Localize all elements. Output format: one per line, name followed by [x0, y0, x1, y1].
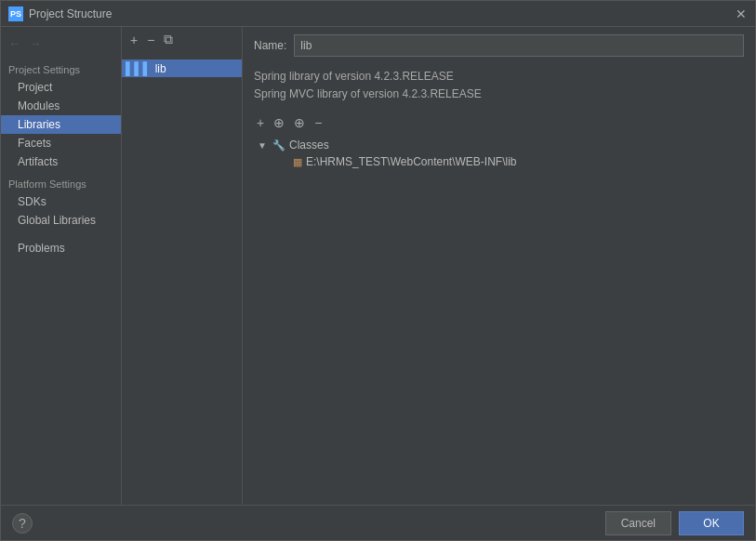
sidebar: ← → Project Settings Project Modules Lib… [1, 27, 122, 505]
sidebar-item-modules[interactable]: Modules [1, 97, 121, 115]
name-input[interactable] [294, 34, 744, 57]
add-class-button[interactable]: + [254, 114, 267, 131]
help-button[interactable]: ? [12, 513, 33, 534]
lib-path-label: E:\HRMS_TEST\WebContent\WEB-INF\lib [306, 155, 517, 168]
sidebar-item-problems[interactable]: Problems [1, 239, 121, 257]
folder-icon: ▦ [293, 156, 302, 168]
ok-button[interactable]: OK [679, 511, 744, 535]
name-row: Name: [254, 34, 744, 57]
name-label: Name: [254, 39, 286, 52]
library-list-panel: + − ⧉ ▌▌▌ lib [122, 27, 243, 505]
sidebar-item-facets[interactable]: Facets [1, 134, 121, 152]
copy-library-button[interactable]: ⧉ [161, 31, 176, 48]
project-structure-window: PS Project Structure ✕ ← → Project Setti… [0, 0, 756, 541]
platform-settings-header: Platform Settings [1, 171, 121, 192]
library-description: Spring library of version 4.2.3.RELEASE … [254, 64, 744, 107]
tree-lib-path[interactable]: ▦ E:\HRMS_TEST\WebContent\WEB-INF\lib [278, 153, 744, 170]
forward-button[interactable]: → [27, 36, 44, 51]
content-split: + − ⧉ ▌▌▌ lib Name: Spring library of ve… [122, 27, 755, 505]
sidebar-item-project[interactable]: Project [1, 78, 121, 97]
sidebar-item-sdks[interactable]: SDKs [1, 192, 121, 211]
library-tree: ▼ 🔧 Classes ▦ E:\HRMS_TEST\WebContent\WE… [254, 137, 744, 497]
library-item-label: lib [155, 62, 166, 75]
remove-class-button[interactable]: − [312, 114, 325, 131]
library-detail-panel: Name: Spring library of version 4.2.3.RE… [243, 27, 755, 505]
remove-library-button[interactable]: − [144, 32, 157, 48]
back-button[interactable]: ← [7, 36, 23, 51]
attach2-button[interactable]: ⊕ [291, 114, 308, 131]
footer-left: ? [12, 513, 33, 534]
tree-classes-root[interactable]: ▼ 🔧 Classes [254, 137, 744, 153]
wrench-icon: 🔧 [272, 139, 285, 152]
description-line-1: Spring library of version 4.2.3.RELEASE [254, 68, 744, 86]
main-layout: ← → Project Settings Project Modules Lib… [1, 27, 755, 505]
close-button[interactable]: ✕ [735, 7, 748, 20]
footer: ? Cancel OK [1, 505, 755, 540]
nav-toolbar: ← → [1, 31, 121, 57]
tree-child-container: ▦ E:\HRMS_TEST\WebContent\WEB-INF\lib [254, 153, 744, 170]
add-library-button[interactable]: + [127, 32, 140, 48]
app-icon: PS [8, 7, 23, 21]
project-settings-header: Project Settings [1, 57, 121, 78]
expand-icon: ▼ [258, 140, 269, 151]
sidebar-item-artifacts[interactable]: Artifacts [1, 152, 121, 171]
description-line-2: Spring MVC library of version 4.2.3.RELE… [254, 86, 744, 103]
library-toolbar: + − ⧉ [122, 27, 242, 52]
attach-button[interactable]: ⊕ [271, 114, 287, 131]
cancel-button[interactable]: Cancel [605, 511, 671, 535]
library-icon: ▌▌▌ [126, 61, 152, 75]
title-bar: PS Project Structure ✕ [1, 1, 755, 27]
window-title: Project Structure [29, 7, 729, 20]
sidebar-item-libraries[interactable]: Libraries [1, 115, 121, 134]
detail-toolbar: + ⊕ ⊕ − [254, 114, 744, 131]
classes-label: Classes [289, 139, 329, 152]
sidebar-item-global-libraries[interactable]: Global Libraries [1, 211, 121, 230]
library-list-item-lib[interactable]: ▌▌▌ lib [122, 59, 242, 77]
